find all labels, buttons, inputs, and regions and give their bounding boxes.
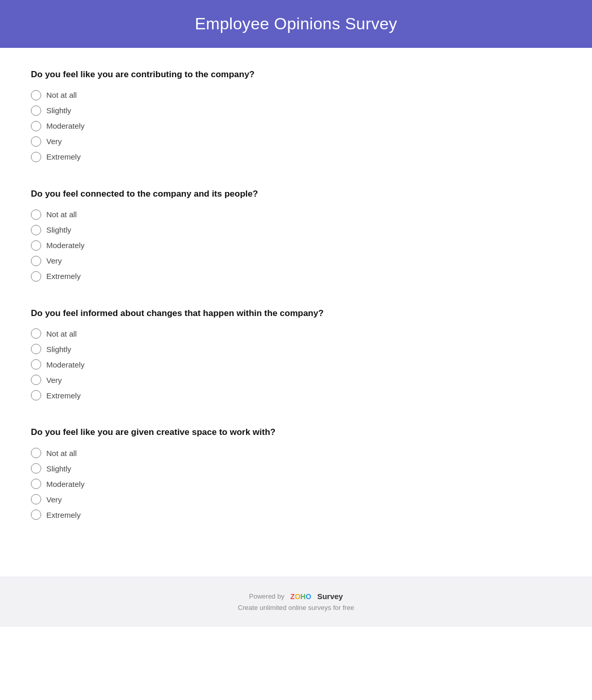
radio-option-q2-slightly[interactable]: Slightly xyxy=(31,225,561,235)
question-block-4: Do you feel like you are given creative … xyxy=(31,426,561,520)
question-text-3: Do you feel informed about changes that … xyxy=(31,307,561,320)
radio-option-q4-very[interactable]: Very xyxy=(31,494,561,504)
question-block-1: Do you feel like you are contributing to… xyxy=(31,68,561,162)
radio-input-q3-o3[interactable] xyxy=(31,359,41,370)
radio-label-q4-o4: Very xyxy=(46,495,62,504)
survey-body: Do you feel like you are contributing to… xyxy=(0,48,592,566)
radio-label-q3-o5: Extremely xyxy=(46,391,81,400)
radio-label-q2-o4: Very xyxy=(46,256,62,265)
radio-label-q3-o1: Not at all xyxy=(46,329,77,338)
zoho-letter-z: Z xyxy=(290,592,295,601)
radio-input-q2-o2[interactable] xyxy=(31,225,41,235)
question-block-2: Do you feel connected to the company and… xyxy=(31,188,561,282)
radio-input-q4-o3[interactable] xyxy=(31,479,41,489)
powered-by-text: Powered by xyxy=(249,592,285,600)
radio-label-q1-o2: Slightly xyxy=(46,106,71,115)
radio-label-q3-o4: Very xyxy=(46,376,62,384)
radio-input-q1-o3[interactable] xyxy=(31,121,41,131)
radio-option-q1-very[interactable]: Very xyxy=(31,136,561,147)
radio-input-q2-o4[interactable] xyxy=(31,256,41,266)
radio-label-q3-o3: Moderately xyxy=(46,360,84,369)
zoho-survey-label: Survey xyxy=(317,592,343,601)
radio-option-q4-slightly[interactable]: Slightly xyxy=(31,463,561,474)
radio-label-q4-o2: Slightly xyxy=(46,464,71,473)
radio-option-q3-very[interactable]: Very xyxy=(31,375,561,385)
radio-option-q1-extremely[interactable]: Extremely xyxy=(31,152,561,162)
zoho-letter-o1: O xyxy=(295,592,301,601)
radio-option-q2-moderately[interactable]: Moderately xyxy=(31,240,561,251)
radio-input-q1-o4[interactable] xyxy=(31,136,41,147)
survey-footer: Powered by ZOHO Survey Create unlimited … xyxy=(0,576,592,627)
radio-input-q2-o3[interactable] xyxy=(31,240,41,251)
radio-label-q4-o3: Moderately xyxy=(46,480,84,488)
zoho-letter-h: H xyxy=(301,592,306,601)
radio-option-q4-extremely[interactable]: Extremely xyxy=(31,510,561,520)
zoho-letter-o2: O xyxy=(306,592,311,601)
radio-option-q3-moderately[interactable]: Moderately xyxy=(31,359,561,370)
radio-input-q3-o4[interactable] xyxy=(31,375,41,385)
radio-label-q1-o5: Extremely xyxy=(46,152,81,161)
radio-input-q2-o1[interactable] xyxy=(31,209,41,220)
radio-option-q3-slightly[interactable]: Slightly xyxy=(31,344,561,354)
question-text-2: Do you feel connected to the company and… xyxy=(31,188,561,200)
radio-input-q3-o1[interactable] xyxy=(31,328,41,339)
radio-input-q3-o5[interactable] xyxy=(31,390,41,400)
radio-label-q2-o5: Extremely xyxy=(46,272,81,281)
radio-input-q4-o2[interactable] xyxy=(31,463,41,474)
radio-label-q1-o4: Very xyxy=(46,137,62,146)
radio-input-q1-o2[interactable] xyxy=(31,106,41,116)
radio-input-q2-o5[interactable] xyxy=(31,271,41,282)
radio-option-q3-extremely[interactable]: Extremely xyxy=(31,390,561,400)
radio-option-q1-not-at-all[interactable]: Not at all xyxy=(31,90,561,100)
question-block-3: Do you feel informed about changes that … xyxy=(31,307,561,401)
radio-label-q4-o5: Extremely xyxy=(46,511,81,519)
radio-label-q1-o1: Not at all xyxy=(46,91,77,99)
radio-input-q4-o5[interactable] xyxy=(31,510,41,520)
radio-option-q4-moderately[interactable]: Moderately xyxy=(31,479,561,489)
radio-label-q2-o1: Not at all xyxy=(46,210,77,219)
radio-input-q4-o1[interactable] xyxy=(31,448,41,458)
radio-option-q2-not-at-all[interactable]: Not at all xyxy=(31,209,561,220)
survey-title: Employee Opinions Survey xyxy=(21,14,571,33)
radio-option-q4-not-at-all[interactable]: Not at all xyxy=(31,448,561,458)
radio-option-q1-moderately[interactable]: Moderately xyxy=(31,121,561,131)
radio-input-q3-o2[interactable] xyxy=(31,344,41,354)
powered-by-line: Powered by ZOHO Survey xyxy=(21,592,571,601)
footer-tagline: Create unlimited online surveys for free xyxy=(21,604,571,611)
radio-label-q3-o2: Slightly xyxy=(46,345,71,354)
radio-label-q4-o1: Not at all xyxy=(46,449,77,458)
radio-label-q1-o3: Moderately xyxy=(46,121,84,130)
radio-input-q1-o1[interactable] xyxy=(31,90,41,100)
question-text-1: Do you feel like you are contributing to… xyxy=(31,68,561,81)
question-text-4: Do you feel like you are given creative … xyxy=(31,426,561,439)
radio-option-q3-not-at-all[interactable]: Not at all xyxy=(31,328,561,339)
survey-header: Employee Opinions Survey xyxy=(0,0,592,48)
radio-input-q1-o5[interactable] xyxy=(31,152,41,162)
zoho-logo: ZOHO xyxy=(290,592,311,601)
radio-input-q4-o4[interactable] xyxy=(31,494,41,504)
radio-label-q2-o3: Moderately xyxy=(46,241,84,250)
radio-option-q2-very[interactable]: Very xyxy=(31,256,561,266)
radio-label-q2-o2: Slightly xyxy=(46,225,71,234)
radio-option-q1-slightly[interactable]: Slightly xyxy=(31,106,561,116)
radio-option-q2-extremely[interactable]: Extremely xyxy=(31,271,561,282)
